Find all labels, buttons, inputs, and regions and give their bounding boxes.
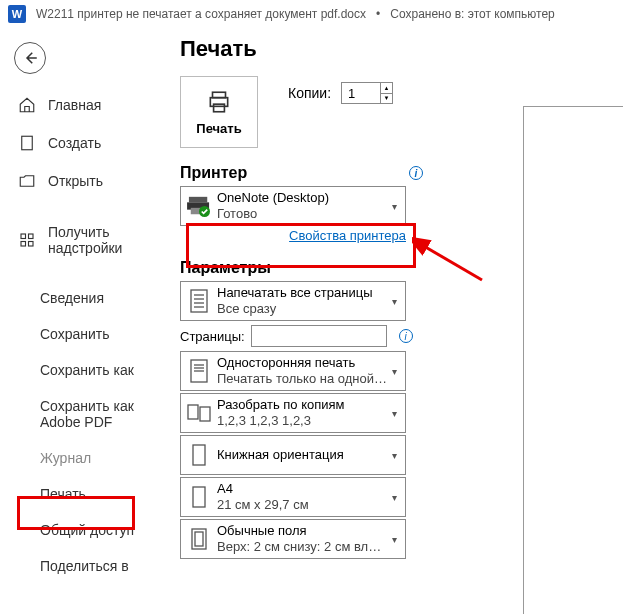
nav-label: Получить надстройки — [48, 224, 160, 256]
svg-rect-1 — [21, 234, 26, 239]
nav-print[interactable]: Печать — [0, 476, 170, 512]
print-button[interactable]: Печать — [180, 76, 258, 148]
dd-line1: A4 — [217, 481, 388, 497]
word-icon: W — [8, 5, 26, 23]
page-title: Печать — [180, 36, 623, 62]
info-icon[interactable]: i — [409, 166, 423, 180]
nav-save[interactable]: Сохранить — [0, 316, 170, 352]
saved-location: Сохранено в: этот компьютер — [390, 7, 555, 21]
chevron-down-icon: ▾ — [388, 492, 401, 503]
dd-line1: Обычные поля — [217, 523, 388, 539]
new-icon — [18, 134, 36, 152]
nav-label: Общий доступ — [40, 522, 134, 538]
addins-icon — [18, 231, 36, 249]
dd-line1: Разобрать по копиям — [217, 397, 388, 413]
collate-icon — [185, 399, 213, 427]
nav-home[interactable]: Главная — [0, 86, 170, 124]
doc-title: W2211 принтер не печатает а сохраняет до… — [36, 7, 366, 21]
nav-share-with[interactable]: Поделиться в — [0, 548, 170, 584]
svg-rect-7 — [214, 104, 225, 112]
orientation-select[interactable]: Книжная ориентация ▾ — [180, 435, 406, 475]
svg-rect-26 — [195, 532, 203, 546]
dd-line1: Односторонняя печать — [217, 355, 388, 371]
nav-history[interactable]: Журнал — [0, 440, 170, 476]
dd-line2: 21 см x 29,7 см — [217, 497, 388, 513]
chevron-down-icon: ▾ — [388, 450, 401, 461]
nav-open[interactable]: Открыть — [0, 162, 170, 200]
dd-line1: Книжная ориентация — [217, 447, 388, 463]
chevron-down-icon: ▾ — [388, 408, 401, 419]
margins-icon — [185, 525, 213, 553]
nav-info[interactable]: Сведения — [0, 280, 170, 316]
open-icon — [18, 172, 36, 190]
copies-row: Копии: 1 ▲▼ — [288, 82, 393, 104]
titlebar: W W2211 принтер не печатает а сохраняет … — [0, 0, 623, 28]
printer-select[interactable]: OneNote (Desktop) Готово ▾ — [180, 186, 406, 226]
nav-label: Открыть — [48, 173, 103, 189]
nav-label: Сведения — [40, 290, 104, 306]
home-icon — [18, 96, 36, 114]
info-icon[interactable]: i — [399, 329, 413, 343]
printer-status: Готово — [217, 206, 388, 222]
nav-label: Сохранить как — [40, 362, 134, 378]
backstage-nav: Главная Создать Открыть Получить надстро… — [0, 28, 170, 614]
print-pages-select[interactable]: Напечатать все страницыВсе сразу ▾ — [180, 281, 406, 321]
collate-select[interactable]: Разобрать по копиям1,2,3 1,2,3 1,2,3 ▾ — [180, 393, 406, 433]
svg-rect-8 — [189, 197, 207, 203]
chevron-down-icon: ▾ — [388, 534, 401, 545]
one-sided-icon — [185, 357, 213, 385]
svg-rect-23 — [193, 445, 205, 465]
page-all-icon — [185, 287, 213, 315]
paper-icon — [185, 483, 213, 511]
spin-down-icon[interactable]: ▼ — [380, 94, 392, 104]
print-preview — [523, 106, 623, 614]
nav-label: Журнал — [40, 450, 91, 466]
nav-create[interactable]: Создать — [0, 124, 170, 162]
printer-icon — [204, 89, 234, 115]
svg-rect-24 — [193, 487, 205, 507]
printer-heading-label: Принтер — [180, 164, 247, 182]
pages-label: Страницы: — [180, 329, 245, 344]
svg-rect-3 — [21, 242, 26, 247]
spinner[interactable]: ▲▼ — [380, 83, 392, 103]
paper-size-select[interactable]: A421 см x 29,7 см ▾ — [180, 477, 406, 517]
back-button[interactable] — [14, 42, 46, 74]
printer-ready-icon — [185, 192, 213, 220]
nav-label: Сохранить как Adobe PDF — [40, 398, 160, 430]
chevron-down-icon: ▾ — [388, 366, 401, 377]
nav-addins[interactable]: Получить надстройки — [0, 214, 170, 266]
nav-label: Главная — [48, 97, 101, 113]
nav-saveas[interactable]: Сохранить как — [0, 352, 170, 388]
sides-select[interactable]: Односторонняя печатьПечатать только на о… — [180, 351, 406, 391]
nav-label: Печать — [40, 486, 86, 502]
spin-up-icon[interactable]: ▲ — [380, 83, 392, 94]
svg-rect-0 — [22, 136, 33, 150]
dd-line2: Верх: 2 см снизу: 2 см влев... — [217, 539, 388, 555]
pages-input[interactable] — [251, 325, 387, 347]
arrow-left-icon — [21, 49, 39, 67]
dd-line2: Все сразу — [217, 301, 388, 317]
chevron-down-icon: ▾ — [388, 296, 401, 307]
copies-input[interactable]: 1 ▲▼ — [341, 82, 393, 104]
nav-label: Сохранить — [40, 326, 110, 342]
nav-share[interactable]: Общий доступ — [0, 512, 170, 548]
dot: • — [376, 7, 380, 21]
dd-line2: Печатать только на одной с... — [217, 371, 388, 387]
nav-label: Создать — [48, 135, 101, 151]
svg-rect-12 — [191, 290, 207, 312]
chevron-down-icon: ▾ — [388, 201, 401, 212]
margins-select[interactable]: Обычные поляВерх: 2 см снизу: 2 см влев.… — [180, 519, 406, 559]
dd-line1: Напечатать все страницы — [217, 285, 388, 301]
svg-rect-4 — [29, 242, 34, 247]
svg-rect-21 — [188, 405, 198, 419]
svg-rect-2 — [29, 234, 34, 239]
svg-rect-22 — [200, 407, 210, 421]
dd-line2: 1,2,3 1,2,3 1,2,3 — [217, 413, 388, 429]
nav-save-adobe[interactable]: Сохранить как Adobe PDF — [0, 388, 170, 440]
print-button-label: Печать — [196, 121, 241, 136]
portrait-icon — [185, 441, 213, 469]
nav-label: Поделиться в — [40, 558, 129, 574]
copies-label: Копии: — [288, 85, 331, 101]
printer-properties-link[interactable]: Свойства принтера — [180, 228, 406, 243]
printer-name: OneNote (Desktop) — [217, 190, 388, 206]
